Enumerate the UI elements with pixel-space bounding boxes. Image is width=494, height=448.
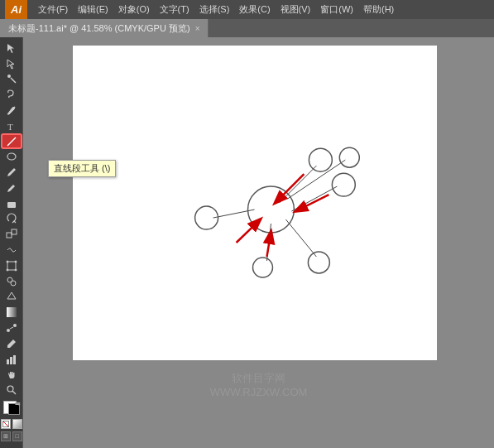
paintbrush-tool[interactable] bbox=[2, 165, 22, 180]
lasso-tool[interactable] bbox=[2, 87, 22, 102]
hand-tool[interactable] bbox=[2, 367, 22, 382]
svg-point-17 bbox=[7, 329, 10, 332]
svg-point-18 bbox=[13, 324, 17, 327]
menu-select[interactable]: 选择(S) bbox=[195, 2, 234, 17]
color-mode-icon[interactable] bbox=[1, 419, 11, 429]
tool-tooltip: 直线段工具 (\) bbox=[48, 160, 116, 177]
svg-point-4 bbox=[7, 153, 16, 160]
svg-rect-21 bbox=[10, 357, 12, 364]
new-layer-icon[interactable]: □ bbox=[12, 431, 22, 441]
menu-edit[interactable]: 编辑(E) bbox=[74, 2, 113, 17]
gradient-tool[interactable] bbox=[2, 305, 22, 320]
menu-bar: 文件(F) 编辑(E) 对象(O) 文字(T) 选择(S) 效果(C) 视图(V… bbox=[34, 2, 489, 17]
line-segment-tool[interactable] bbox=[2, 134, 22, 149]
svg-point-23 bbox=[7, 386, 13, 392]
watermark: 软件目字网 WWW.RJZXW.COM bbox=[210, 371, 308, 398]
svg-rect-16 bbox=[7, 307, 17, 317]
tab-title: 未标题-111.ai* @ 41.58% (CMYK/GPU 预览) bbox=[8, 22, 190, 35]
svg-line-19 bbox=[10, 327, 13, 329]
scale-tool[interactable] bbox=[2, 227, 22, 242]
canvas-area: 软件目字网 WWW.RJZXW.COM bbox=[23, 37, 494, 448]
tab-close-button[interactable]: × bbox=[195, 24, 200, 33]
zoom-tool[interactable] bbox=[2, 383, 22, 397]
ellipse-tool[interactable] bbox=[2, 149, 22, 164]
svg-rect-6 bbox=[7, 233, 12, 238]
rotate-tool[interactable] bbox=[2, 212, 22, 227]
select-tool[interactable] bbox=[2, 41, 22, 55]
svg-rect-20 bbox=[7, 359, 9, 364]
text-tool[interactable]: T bbox=[2, 118, 22, 133]
live-paint-tool[interactable] bbox=[2, 290, 22, 305]
main-area: T bbox=[0, 37, 494, 448]
svg-rect-5 bbox=[7, 202, 16, 208]
svg-text:T: T bbox=[7, 122, 13, 132]
document-tab[interactable]: 未标题-111.ai* @ 41.58% (CMYK/GPU 预览) × bbox=[0, 19, 209, 37]
canvas-document bbox=[73, 46, 437, 360]
menu-help[interactable]: 帮助(H) bbox=[359, 2, 398, 17]
svg-line-24 bbox=[12, 391, 16, 394]
svg-point-11 bbox=[7, 269, 8, 271]
svg-marker-15 bbox=[7, 292, 16, 299]
svg-point-12 bbox=[15, 269, 17, 271]
app-logo: Ai bbox=[5, 0, 27, 19]
pen-tool[interactable] bbox=[2, 103, 22, 118]
svg-rect-22 bbox=[13, 355, 16, 364]
eyedropper-tool[interactable] bbox=[2, 336, 22, 351]
tab-bar: 未标题-111.ai* @ 41.58% (CMYK/GPU 预览) × bbox=[0, 19, 494, 37]
menu-file[interactable]: 文件(F) bbox=[34, 2, 72, 17]
shape-builder-tool[interactable] bbox=[2, 274, 22, 289]
title-bar: Ai 文件(F) 编辑(E) 对象(O) 文字(T) 选择(S) 效果(C) 视… bbox=[0, 0, 494, 19]
svg-point-10 bbox=[15, 261, 17, 263]
none-fill-icon[interactable] bbox=[12, 419, 22, 429]
svg-rect-8 bbox=[7, 262, 16, 270]
svg-rect-7 bbox=[12, 229, 17, 234]
warp-tool[interactable] bbox=[2, 243, 22, 258]
swap-appearance-icon[interactable]: ⊞ bbox=[1, 431, 11, 441]
direct-select-tool[interactable] bbox=[2, 56, 22, 71]
blend-tool[interactable] bbox=[2, 320, 22, 335]
free-transform-tool[interactable] bbox=[2, 258, 22, 273]
left-toolbar: T bbox=[0, 37, 23, 448]
svg-point-9 bbox=[7, 261, 8, 263]
svg-line-1 bbox=[11, 78, 16, 83]
pencil-tool[interactable] bbox=[2, 181, 22, 195]
menu-window[interactable]: 窗口(W) bbox=[316, 2, 357, 17]
menu-view[interactable]: 视图(V) bbox=[276, 2, 315, 17]
menu-object[interactable]: 对象(O) bbox=[114, 2, 154, 17]
menu-text[interactable]: 文字(T) bbox=[156, 2, 194, 17]
eraser-tool[interactable] bbox=[2, 196, 22, 211]
svg-point-0 bbox=[7, 75, 11, 78]
magic-wand-tool[interactable] bbox=[2, 72, 22, 87]
menu-effect[interactable]: 效果(C) bbox=[235, 2, 274, 17]
swap-colors-icon[interactable]: ⇆ bbox=[15, 400, 21, 407]
svg-line-3 bbox=[7, 137, 16, 146]
chart-tool[interactable] bbox=[2, 352, 22, 367]
svg-point-14 bbox=[11, 281, 16, 286]
